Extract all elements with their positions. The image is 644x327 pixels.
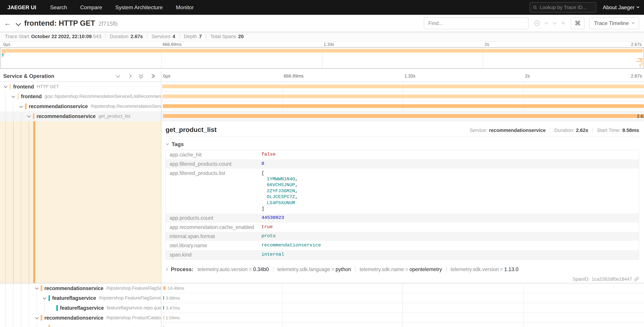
- json-comma: ,: [295, 176, 298, 182]
- next-result-icon[interactable]: [552, 20, 556, 24]
- expand-one-icon[interactable]: [126, 73, 132, 79]
- span-bar-cell[interactable]: 14.49ms: [161, 283, 644, 293]
- copy-link-icon[interactable]: [634, 277, 639, 282]
- span-tree-toggle[interactable]: [33, 283, 41, 293]
- tags-accordion-header[interactable]: Tags: [166, 141, 639, 148]
- equals-sign: =: [499, 266, 504, 272]
- back-button[interactable]: ←: [4, 19, 15, 27]
- zoom-out-icon[interactable]: [534, 20, 540, 26]
- chevron-down-icon: [12, 94, 15, 98]
- span-tree-toggle[interactable]: [41, 293, 48, 303]
- timeline-header: Service & Operation 0μs666.89ms1.33s2s2.…: [0, 71, 644, 82]
- divider: [592, 128, 593, 132]
- span-operation-name: /hipstershop.FeatureFlagService…: [106, 286, 161, 291]
- search-icon: [533, 5, 537, 10]
- span-duration-bar[interactable]: [163, 326, 164, 327]
- span-bar-cell[interactable]: 3.47ms: [161, 303, 644, 313]
- about-jaeger-menu[interactable]: About Jaeger: [603, 4, 639, 10]
- span-name-cell[interactable]: recommendationservice/hipstershop.Recomm…: [0, 102, 161, 111]
- span-bar-cell[interactable]: 2.62s: [161, 111, 644, 121]
- tree-indent-guide: [2, 102, 10, 111]
- find-input[interactable]: [424, 17, 528, 29]
- tree-indent-guide: [17, 313, 25, 323]
- keyboard-shortcuts-button[interactable]: ⌘: [571, 17, 585, 29]
- span-row[interactable]: recommendationservice/hipstershop.Produc…: [0, 313, 644, 323]
- span-tree-toggle[interactable]: [41, 323, 48, 327]
- span-name-cell[interactable]: frontendHTTP GET: [0, 82, 161, 92]
- span-bar-cell[interactable]: [161, 92, 644, 102]
- minimap-span-mark: [2, 56, 3, 58]
- span-bar-cell[interactable]: [161, 82, 644, 92]
- span-tree-toggle[interactable]: [25, 111, 33, 121]
- prev-result-icon[interactable]: [544, 22, 548, 26]
- span-bar-cell[interactable]: [161, 323, 644, 327]
- chevron-down-icon: [166, 142, 169, 145]
- expand-all-icon[interactable]: [150, 73, 155, 79]
- span-name-cell[interactable]: recommendationserviceget_product_list: [0, 111, 161, 121]
- span-name-cell[interactable]: [0, 323, 161, 327]
- json-num: 8: [262, 161, 264, 166]
- span-row[interactable]: featureflagservice/hipstershop.FeatureFl…: [0, 293, 644, 303]
- summary-label: Services: [152, 34, 170, 39]
- span-bar-cell[interactable]: 3.68ms: [161, 293, 644, 303]
- span-tree-toggle[interactable]: [17, 102, 25, 111]
- tree-indent-guide: [33, 303, 41, 313]
- nav-item-compare[interactable]: Compare: [74, 0, 108, 15]
- span-duration-bar[interactable]: [163, 286, 166, 290]
- span-row[interactable]: frontendgrpc.hipstershop.RecommendationS…: [0, 92, 644, 102]
- tag-row: app.recommendation.cache_enabledtrue: [166, 222, 639, 232]
- tag-key: app.cache_hit: [166, 150, 258, 160]
- span-duration-bar[interactable]: [163, 104, 644, 108]
- span-duration-bar[interactable]: [163, 114, 644, 118]
- span-bar-cell[interactable]: [161, 102, 644, 111]
- span-id-row: SpanID: 1ca2262df0e18447: [166, 276, 639, 282]
- span-row[interactable]: recommendationservice/hipstershop.Featur…: [0, 283, 644, 293]
- span-duration-bar[interactable]: [162, 94, 644, 98]
- tree-indent-guide: [10, 111, 17, 121]
- span-row[interactable]: frontendHTTP GET: [0, 82, 644, 92]
- span-duration-bar[interactable]: [163, 306, 164, 310]
- trace-collapse-toggle[interactable]: [16, 20, 20, 27]
- trace-lookup-box[interactable]: [530, 2, 596, 12]
- nav-item-monitor[interactable]: Monitor: [170, 0, 200, 15]
- span-operation-name: grpc.hipstershop.RecommendationService/L…: [45, 94, 162, 99]
- tag-row: otel.library.namerecommendationservice: [166, 241, 639, 250]
- span-duration-bar[interactable]: [163, 316, 164, 320]
- span-tree-toggle[interactable]: [10, 92, 17, 102]
- span-bar-cell[interactable]: 1.04ms: [161, 313, 644, 323]
- json-num: 44530923: [262, 215, 284, 220]
- process-accordion-header[interactable]: Process: telemetry.auto.version=0.34b0te…: [166, 266, 639, 272]
- span-name-cell[interactable]: recommendationservice/hipstershop.Featur…: [0, 283, 161, 293]
- trace-lookup-input[interactable]: [540, 4, 593, 10]
- span-name-cell[interactable]: featureflagservice/hipstershop.FeatureFl…: [0, 293, 161, 303]
- span-row[interactable]: recommendationservice/hipstershop.Recomm…: [0, 102, 644, 111]
- span-row[interactable]: [0, 323, 644, 327]
- service-operation-header: Service & Operation: [3, 73, 54, 79]
- span-duration-bar[interactable]: [163, 296, 164, 300]
- span-tree-toggle[interactable]: [2, 82, 10, 92]
- span-name-cell[interactable]: recommendationservice/hipstershop.Produc…: [0, 313, 161, 323]
- span-name-cell[interactable]: frontendgrpc.hipstershop.RecommendationS…: [0, 92, 161, 102]
- collapse-one-icon[interactable]: [115, 73, 121, 79]
- clear-search-icon[interactable]: ×: [562, 20, 565, 26]
- minimap-span-mark: [2, 56, 4, 56]
- divider: [147, 34, 148, 39]
- tree-indent-guide: [21, 121, 21, 283]
- span-duration-bar[interactable]: [162, 84, 644, 88]
- tree-indent-guide: [25, 283, 33, 293]
- trace-header-controls: × ⌘ Trace Timeline: [424, 17, 639, 29]
- json-comma: ,: [295, 182, 298, 188]
- nav-item-search[interactable]: Search: [44, 0, 74, 15]
- span-row[interactable]: featureflagservicefeatureflagservice.rep…: [0, 303, 644, 313]
- tag-key: app.filtered_products.list: [166, 168, 258, 214]
- span-row[interactable]: recommendationserviceget_product_list2.6…: [0, 111, 644, 121]
- process-tag-key: telemetry.sdk.language: [277, 266, 330, 272]
- tag-key: span.kind: [166, 250, 258, 260]
- span-tree-toggle[interactable]: [33, 313, 41, 323]
- collapse-all-icon[interactable]: [138, 73, 144, 79]
- trace-minimap[interactable]: [0, 47, 644, 68]
- app-logo[interactable]: JAEGER UI: [0, 4, 44, 10]
- view-selector-button[interactable]: Trace Timeline: [589, 17, 639, 29]
- span-name-cell[interactable]: featureflagservicefeatureflagservice.rep…: [0, 303, 161, 313]
- nav-item-system-architecture[interactable]: System Architecture: [109, 0, 170, 15]
